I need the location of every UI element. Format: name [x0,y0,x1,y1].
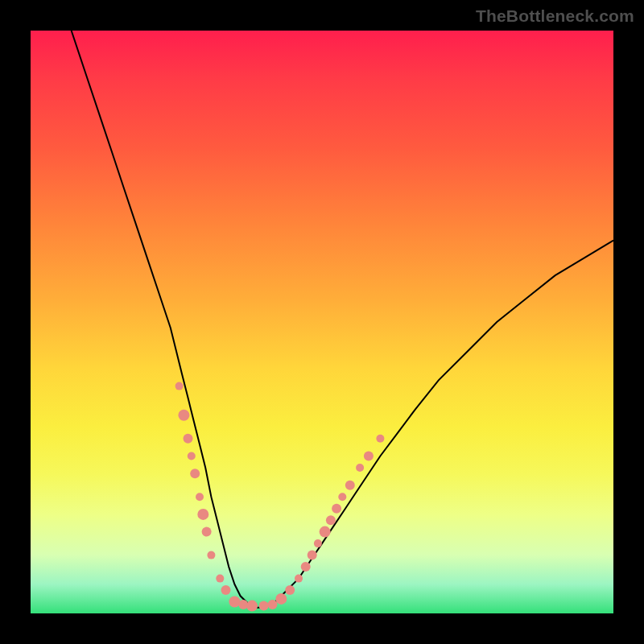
chart-frame: TheBottleneck.com [0,0,644,644]
curve-marker [259,601,269,611]
plot-area [31,31,613,613]
curve-marker [275,593,287,605]
chart-svg [31,31,613,613]
curve-marker [190,469,200,478]
curve-marker [229,597,240,608]
curve-marker [221,585,231,595]
curve-marker [246,601,258,612]
curve-marker [178,410,189,421]
curve-marker [188,452,196,460]
curve-marker [338,493,346,501]
curve-marker [345,481,355,490]
curve-marker [376,435,384,443]
curve-marker [356,464,364,472]
curve-marker [364,452,374,461]
curve-marker [207,551,215,559]
curve-marker [320,526,331,538]
curve-marker [202,527,212,537]
curve-marker [301,562,311,572]
curve-marker [197,509,208,520]
watermark-text: TheBottleneck.com [476,6,634,26]
curve-marker [175,382,184,390]
curve-marker [285,585,295,595]
curve-marker [268,600,278,609]
curve-marker [326,515,336,525]
curve-marker [196,493,204,501]
bottleneck-curve [65,13,613,608]
curve-marker [308,551,317,560]
curve-marker [332,504,341,514]
curve-marker [184,434,193,444]
curve-marker [295,575,303,583]
curve-marker [314,539,322,547]
curve-marker [216,575,224,583]
